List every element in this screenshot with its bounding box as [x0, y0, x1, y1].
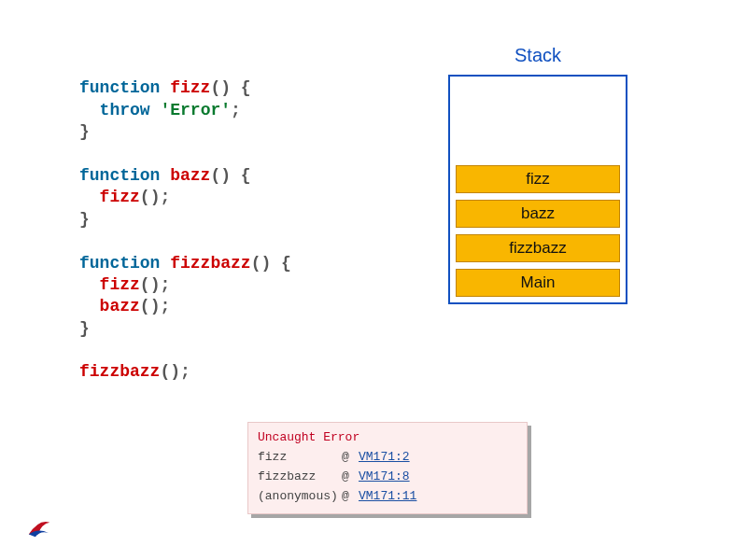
brace-close: } [79, 210, 90, 229]
indent [79, 275, 100, 294]
at-sign: @ [342, 487, 353, 507]
punctuation: ; [231, 101, 241, 119]
stack-label: Stack [448, 45, 627, 66]
trace-location-link[interactable]: VM171:8 [359, 468, 410, 487]
brace-close: } [79, 122, 90, 141]
stack-trace-row: fizz @ VM171:2 [258, 448, 517, 468]
punctuation: (); [140, 188, 170, 206]
kw-function: function [79, 78, 170, 97]
stack-frame: fizz [456, 165, 620, 193]
code-block: function fizz() { throw 'Error'; } funct… [79, 56, 291, 384]
indent [79, 297, 100, 315]
fn-call: bazz [100, 297, 140, 315]
brace-close: } [79, 319, 90, 338]
fn-name: bazz [170, 166, 210, 185]
string-literal: 'Error' [160, 101, 231, 119]
stack-frames: fizz bazz fizzbazz Main [456, 165, 620, 297]
indent [79, 101, 100, 119]
error-title: Uncaught Error [258, 430, 517, 444]
stack-frame: Main [456, 269, 620, 297]
console-error: Uncaught Error fizz @ VM171:2 fizzbazz @… [247, 422, 528, 514]
trace-fn: fizz [258, 448, 336, 468]
trace-fn: fizzbazz [258, 468, 336, 487]
trace-location-link[interactable]: VM171:11 [359, 487, 416, 507]
punctuation: () { [210, 166, 250, 185]
fn-call: fizz [100, 188, 140, 206]
stack-frame: fizzbazz [456, 234, 620, 262]
punctuation: () { [210, 78, 250, 97]
punctuation: (); [140, 275, 170, 294]
trace-fn: (anonymous) [258, 487, 336, 507]
fn-call: fizzbazz [79, 362, 160, 381]
punctuation: () { [251, 254, 291, 273]
stack-frame: bazz [456, 200, 620, 228]
at-sign: @ [342, 468, 353, 487]
stack-trace-row: fizzbazz @ VM171:8 [258, 468, 517, 487]
at-sign: @ [342, 448, 353, 468]
indent [79, 188, 100, 206]
punctuation: (); [160, 362, 190, 381]
fn-name: fizzbazz [170, 254, 250, 273]
kw-function: function [79, 166, 170, 185]
punctuation: (); [140, 297, 170, 315]
stack-trace-row: (anonymous) @ VM171:11 [258, 487, 517, 507]
trace-location-link[interactable]: VM171:2 [359, 448, 410, 468]
stack-box: fizz bazz fizzbazz Main [448, 75, 627, 304]
fn-call: fizz [100, 275, 140, 294]
fn-name: fizz [170, 78, 210, 97]
logo-icon [26, 513, 52, 539]
kw-throw: throw [100, 101, 161, 119]
kw-function: function [79, 254, 170, 273]
